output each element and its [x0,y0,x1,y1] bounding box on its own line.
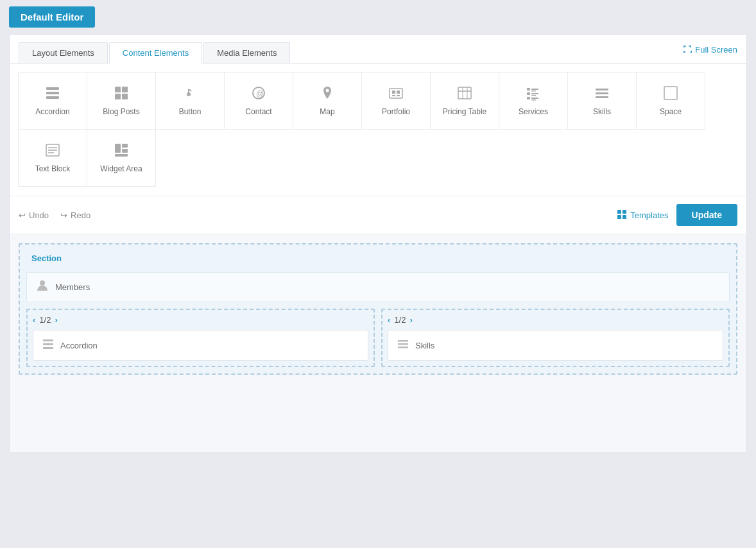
tabs-container: Layout Elements Content Elements Media E… [19,42,291,63]
svg-point-46 [40,280,45,286]
svg-rect-22 [531,89,538,90]
map-label: Map [320,107,334,116]
svg-rect-47 [43,339,53,341]
svg-rect-48 [43,343,53,345]
widget-accordion-label: Accordion [60,341,98,350]
svg-rect-39 [122,144,128,148]
column-nav-2: ‹ 1/2 › [388,315,723,325]
column-block-2: ‹ 1/2 › Skills [381,309,730,367]
svg-rect-51 [398,343,408,345]
element-text-block[interactable]: Text Block [18,129,87,187]
templates-label: Templates [630,210,668,220]
column-block-1: ‹ 1/2 › Accordion [26,309,375,367]
space-label: Space [660,107,682,116]
fullscreen-icon [683,45,692,54]
tab-media-elements[interactable]: Media Elements [203,42,290,63]
element-skills[interactable]: Skills [567,72,637,130]
undo-label: Undo [29,210,49,220]
svg-rect-52 [398,347,408,348]
svg-rect-24 [527,92,530,95]
default-editor-button[interactable]: Default Editor [9,6,95,28]
section-label: Section [26,251,730,266]
widget-skills-icon [397,338,409,352]
svg-rect-33 [664,87,677,99]
element-contact[interactable]: @ Contact [224,72,293,130]
element-widget-area[interactable]: Widget Area [87,129,156,187]
svg-rect-25 [531,93,538,94]
redo-icon: ↪ [60,210,67,220]
svg-rect-30 [596,89,608,90]
svg-rect-15 [392,95,395,96]
portfolio-label: Portfolio [382,107,410,116]
pricing-table-icon [457,85,472,103]
widget-accordion: Accordion [33,330,368,361]
element-services[interactable]: Services [499,72,568,130]
tabs-row: Layout Elements Content Elements Media E… [10,35,746,64]
members-row: Members [26,272,730,302]
tab-content-elements[interactable]: Content Elements [109,42,202,64]
templates-link[interactable]: Templates [617,209,668,221]
svg-rect-41 [115,154,128,157]
fullscreen-link[interactable]: Full Screen [683,45,737,61]
svg-rect-42 [617,210,621,214]
element-space[interactable]: Space [636,72,705,130]
services-label: Services [519,107,548,116]
svg-rect-13 [392,90,395,94]
templates-icon [617,209,627,221]
svg-rect-12 [390,89,402,98]
svg-rect-17 [458,87,471,99]
svg-rect-45 [623,215,626,219]
svg-rect-6 [122,94,128,99]
skills-icon [594,85,610,103]
elements-grid: Accordion Blog Posts [10,64,746,196]
redo-button[interactable]: ↪ Redo [60,210,90,220]
col1-prev-arrow[interactable]: ‹ [33,315,35,325]
element-button[interactable]: Button [155,72,225,130]
element-map[interactable]: Map [293,72,362,130]
svg-text:@: @ [256,89,264,98]
contact-label: Contact [245,107,271,116]
tab-layout-elements[interactable]: Layout Elements [19,42,108,63]
space-icon [663,85,678,103]
col1-nav-label: 1/2 [39,315,51,325]
svg-rect-38 [115,144,121,153]
element-accordion[interactable]: Accordion [18,72,87,130]
main-panel: Layout Elements Content Elements Media E… [9,34,747,453]
blog-posts-icon [114,85,129,103]
widget-skills: Skills [388,330,723,361]
svg-rect-16 [397,95,400,96]
col2-prev-arrow[interactable]: ‹ [388,315,390,325]
blog-posts-label: Blog Posts [103,107,139,116]
element-portfolio[interactable]: Portfolio [361,72,431,130]
svg-rect-28 [531,98,538,99]
services-icon [526,85,541,103]
top-bar: Default Editor [0,0,756,34]
svg-rect-29 [531,99,536,101]
svg-rect-32 [596,96,608,98]
col2-next-arrow[interactable]: › [409,315,412,325]
svg-rect-27 [527,97,530,99]
svg-rect-3 [115,87,121,92]
members-icon [36,279,49,295]
accordion-label: Accordion [35,107,69,116]
svg-rect-21 [527,88,530,90]
text-block-label: Text Block [35,164,71,173]
members-label: Members [55,282,90,292]
element-blog-posts[interactable]: Blog Posts [87,72,156,130]
map-icon [320,85,335,103]
redo-label: Redo [71,210,90,220]
svg-rect-5 [115,94,121,99]
text-block-icon [45,142,60,160]
col1-next-arrow[interactable]: › [55,315,57,325]
svg-rect-2 [46,96,59,99]
svg-rect-44 [617,215,621,219]
widget-area-label: Widget Area [100,164,142,173]
undo-button[interactable]: ↩ Undo [19,210,49,220]
element-pricing-table[interactable]: Pricing Table [430,72,499,130]
accordion-icon [45,85,60,103]
svg-rect-1 [46,92,59,94]
svg-rect-0 [46,87,59,90]
toolbar-left: ↩ Undo ↪ Redo [19,210,90,220]
svg-rect-23 [531,90,536,92]
update-button[interactable]: Update [676,204,737,226]
